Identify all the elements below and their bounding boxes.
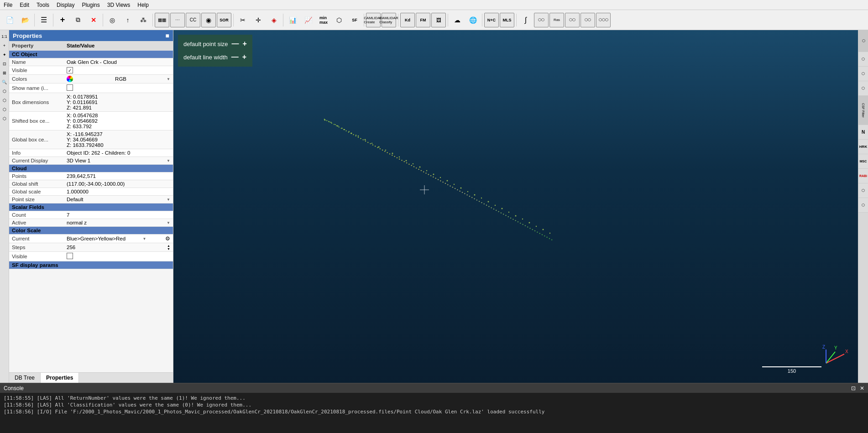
properties-close-btn[interactable]: ■ [166, 32, 169, 39]
right-panel-unknown3[interactable]: ⬡ [858, 67, 868, 81]
curve-btn[interactable]: ∫ [518, 13, 533, 27]
property-value[interactable] [64, 66, 173, 75]
nc-btn[interactable]: N+C [484, 13, 499, 27]
menu-display[interactable]: Display [53, 1, 78, 9]
delete-btn[interactable]: ✕ [86, 13, 101, 27]
minmax-btn[interactable]: minmax [316, 13, 331, 27]
console-detach-btn[interactable]: ⊡ [851, 385, 856, 391]
rand-btn[interactable]: ⁂ [136, 13, 151, 27]
svg-point-31 [529, 222, 530, 224]
left-sidebar-icon-1[interactable]: 1:1 [0, 32, 9, 41]
left-sidebar-icon-9[interactable]: ⬡ [0, 105, 9, 114]
left-sidebar-icon-7[interactable]: ⬡ [0, 87, 9, 95]
feat-btn[interactable]: ⋯ [170, 13, 185, 27]
clone-btn[interactable]: ⧉ [71, 13, 85, 27]
camlidar-btn[interactable]: CAMLIDARCreate [366, 13, 381, 27]
left-sidebar-icon-3[interactable]: ✦ [0, 51, 9, 59]
cc-btn[interactable]: ◉ [201, 13, 216, 27]
menu-3dviews[interactable]: 3D Views [104, 1, 134, 9]
n-panel[interactable]: N [858, 125, 868, 140]
right-panel-unknown2[interactable]: ⬡ [858, 52, 868, 67]
chart-btn[interactable]: 📈 [301, 13, 315, 27]
menu-file[interactable]: File [0, 1, 16, 9]
checkbox-unchecked[interactable] [67, 84, 73, 91]
mls-btn[interactable]: MLS [500, 13, 514, 27]
settings-btn[interactable]: ⚙ [165, 235, 170, 242]
new-btn[interactable]: 📄 [2, 13, 17, 27]
cloud-btn[interactable]: ☁ [450, 13, 465, 27]
table-row: Visible [9, 252, 173, 261]
svg-point-16 [426, 170, 427, 171]
left-sidebar-icon-6[interactable]: 🔍 [0, 78, 9, 86]
sor-btn[interactable]: SOR [217, 13, 231, 27]
spinner-up[interactable]: ▲ [167, 244, 170, 247]
classify-btn[interactable]: CAMLIDARClassify [382, 13, 396, 27]
viewport-3d[interactable]: default point size — + default line widt… [173, 30, 858, 383]
sep4 [152, 14, 153, 26]
add-btn[interactable]: + [55, 13, 70, 27]
property-value[interactable]: Blue>Green>Yellow>Red▼⚙ [64, 235, 173, 243]
spinner-down[interactable]: ▼ [167, 247, 170, 250]
open-btn[interactable]: 📂 [18, 13, 32, 27]
globe-btn[interactable]: 🌐 [465, 13, 480, 27]
property-label: Show name (i... [9, 83, 64, 93]
img-btn[interactable]: 🖼 [431, 13, 446, 27]
normal-btn[interactable]: ↑ [120, 13, 135, 27]
menu-plugins[interactable]: Plugins [78, 1, 103, 9]
pts2-btn[interactable]: ⬡⬡ [565, 13, 580, 27]
left-sidebar-icon-4[interactable]: ⊡ [0, 60, 9, 68]
sep8 [398, 14, 398, 26]
ccfp-btn[interactable]: CC [186, 13, 200, 27]
csf-filter-panel[interactable]: CSF Filter [858, 96, 868, 125]
cross-btn[interactable]: ✛ [251, 13, 266, 27]
scale-line [762, 366, 821, 367]
tab-properties[interactable]: Properties [41, 373, 79, 383]
checkbox-checked[interactable] [67, 67, 73, 73]
msc-panel[interactable]: MSC [858, 154, 868, 169]
list-btn[interactable]: ☰ [37, 13, 51, 27]
left-sidebar-icon-10[interactable]: ⬡ [0, 115, 9, 123]
left-sidebar-icon-8[interactable]: ⬡ [0, 96, 9, 104]
fm-btn[interactable]: FM [416, 13, 430, 27]
property-value[interactable] [64, 252, 173, 261]
diff-btn[interactable]: ◈ [267, 13, 281, 27]
left-sidebar-icon-2[interactable]: + [0, 42, 9, 50]
checkbox-unchecked[interactable] [67, 253, 73, 259]
property-label: Visible [9, 66, 64, 75]
console-close-btn[interactable]: ✕ [860, 385, 864, 391]
sf-btn2[interactable]: SF [347, 13, 362, 27]
color-circle [67, 76, 73, 82]
right-panel-unknown4[interactable]: ⬡ [858, 81, 868, 96]
scale-label: 150 [788, 368, 796, 374]
seg-btn[interactable]: ✂ [235, 13, 250, 27]
hist-btn[interactable]: 📊 [285, 13, 300, 27]
menu-edit[interactable]: Edit [16, 1, 33, 9]
pts3-btn[interactable]: ⬡⬡ [580, 13, 595, 27]
extra2-panel[interactable]: ⬡ [858, 198, 868, 213]
oct-btn[interactable]: ▦▦ [155, 13, 169, 27]
rabi-panel[interactable]: RABi [858, 169, 868, 183]
property-value[interactable]: normal z▼ [64, 219, 173, 227]
property-value[interactable]: RGB▼ [64, 75, 173, 83]
right-panel-unknown1[interactable]: ⬡ [858, 30, 868, 52]
property-value[interactable] [64, 83, 173, 93]
properties-table-wrap[interactable]: Property State/Value CC ObjectNameOak Gl… [9, 41, 173, 372]
property-value[interactable]: Default▼ [64, 196, 173, 203]
spinner-value: 256 [67, 245, 75, 250]
rast-btn[interactable]: Ras [549, 13, 564, 27]
extra1-panel[interactable]: ⬡ [858, 183, 868, 198]
tab-dbtree[interactable]: DB Tree [9, 373, 41, 383]
property-value[interactable]: 256▲▼ [64, 243, 173, 252]
menu-help[interactable]: Help [134, 1, 152, 9]
sfbtn[interactable]: ⬡ [332, 13, 346, 27]
property-value[interactable]: 3D View 1▼ [64, 157, 173, 165]
pts1-btn[interactable]: ⬡⬡ [534, 13, 549, 27]
extra-btn[interactable]: ⬡⬡⬡ [596, 13, 611, 27]
dropdown-value: normal z [67, 220, 87, 225]
left-sidebar-icon-5[interactable]: ⊠ [0, 69, 9, 77]
kd-btn[interactable]: Kd [400, 13, 415, 27]
svg-point-26 [495, 205, 496, 206]
hrk-panel[interactable]: HRK [858, 140, 868, 154]
menu-tools[interactable]: Tools [33, 1, 53, 9]
sample-btn[interactable]: ◎ [105, 13, 120, 27]
